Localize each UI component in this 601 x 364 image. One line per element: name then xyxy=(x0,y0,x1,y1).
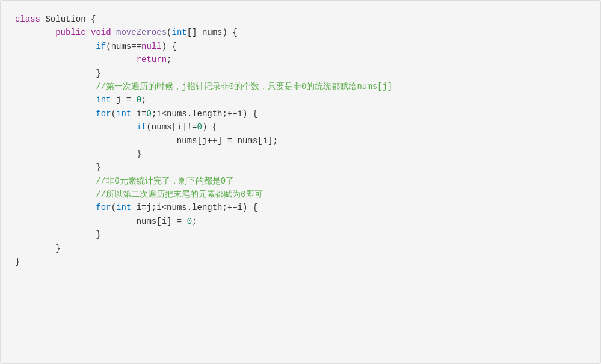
code-token: } xyxy=(15,162,101,172)
code-token: //非0元素统计完了，剩下的都是0了 xyxy=(96,176,234,186)
code-token: ; xyxy=(192,217,197,226)
code-token: 0 xyxy=(137,95,141,105)
code-token: nums[j++] = nums[i]; xyxy=(177,136,278,146)
code-token xyxy=(15,55,137,64)
code-line: for(int i=0;i<nums.length;++i) { xyxy=(15,107,586,120)
code-token: ) { xyxy=(202,122,217,132)
code-token: public xyxy=(55,28,85,37)
code-line: class Solution { xyxy=(15,13,586,26)
code-token: if xyxy=(137,122,147,132)
code-token xyxy=(111,28,116,37)
code-line: //所以第二次遍历把末尾的元素都赋为0即可 xyxy=(15,188,586,201)
code-token: int xyxy=(96,95,111,105)
code-line: nums[j++] = nums[i]; xyxy=(15,134,586,147)
code-line: } xyxy=(15,67,586,80)
code-token: if xyxy=(96,42,106,51)
code-token xyxy=(15,122,137,132)
code-token: moveZeroes xyxy=(116,28,167,37)
code-token: for xyxy=(96,203,111,212)
code-token: for xyxy=(96,109,111,119)
code-token xyxy=(15,217,137,226)
code-token: } xyxy=(15,244,61,253)
code-token: ( xyxy=(111,109,116,119)
code-token: i= xyxy=(131,109,146,119)
code-token: ; xyxy=(167,55,171,64)
code-token: } xyxy=(15,149,141,159)
code-line: public void moveZeroes(int[] nums) { xyxy=(15,26,586,39)
code-token xyxy=(15,190,96,199)
code-token: ;i<nums.length;++i) { xyxy=(152,109,257,119)
code-token: i=j;i<nums.length;++i) { xyxy=(131,203,257,212)
code-line: //非0元素统计完了，剩下的都是0了 xyxy=(15,174,586,188)
code-token xyxy=(15,95,96,105)
code-token: //所以第二次遍历把末尾的元素都赋为0即可 xyxy=(96,190,262,199)
code-token: class xyxy=(15,14,45,24)
code-token: (nums== xyxy=(106,42,141,51)
code-token xyxy=(15,28,55,37)
code-token: void xyxy=(91,28,111,37)
code-container: class Solution { public void moveZeroes(… xyxy=(0,0,601,364)
code-token: } xyxy=(15,69,101,78)
code-token: [] nums) { xyxy=(187,28,238,37)
code-line: } xyxy=(15,255,586,268)
code-line: } xyxy=(15,147,586,161)
code-line: return; xyxy=(15,53,586,66)
code-token: ; xyxy=(141,95,146,105)
code-line: if(nums[i]!=0) { xyxy=(15,120,586,134)
code-line: nums[i] = 0; xyxy=(15,215,586,228)
code-token xyxy=(15,176,96,186)
code-line: int j = 0; xyxy=(15,93,586,106)
code-token xyxy=(86,28,91,37)
code-token: null xyxy=(141,42,162,51)
code-block: class Solution { public void moveZeroes(… xyxy=(15,13,586,268)
code-line: } xyxy=(15,228,586,241)
code-token: Solution xyxy=(45,14,85,24)
code-token xyxy=(15,82,96,91)
code-token xyxy=(15,203,96,212)
code-line: if(nums==null) { xyxy=(15,40,586,53)
code-token: ( xyxy=(111,203,116,212)
code-token: { xyxy=(86,14,96,24)
code-line: //第一次遍历的时候，j指针记录非0的个数，只要是非0的统统都赋给nums[j] xyxy=(15,80,586,93)
code-token: } xyxy=(15,257,20,267)
code-token xyxy=(15,136,177,146)
code-token xyxy=(15,109,96,119)
code-token: (nums[i]!= xyxy=(146,122,197,132)
code-line: } xyxy=(15,242,586,255)
code-token: } xyxy=(15,230,101,239)
code-line: } xyxy=(15,161,586,174)
code-token: return xyxy=(137,55,167,64)
code-token: ) { xyxy=(162,42,177,51)
code-token: nums[i] = xyxy=(137,217,187,226)
code-token: j = xyxy=(111,95,137,105)
code-token: //第一次遍历的时候，j指针记录非0的个数，只要是非0的统统都赋给nums[j] xyxy=(96,82,392,91)
code-token: int xyxy=(171,28,186,37)
code-token: 0 xyxy=(187,217,192,226)
code-token xyxy=(15,42,96,51)
code-line: for(int i=j;i<nums.length;++i) { xyxy=(15,201,586,214)
code-token: 0 xyxy=(197,122,202,132)
code-token: 0 xyxy=(146,109,151,119)
code-token: int xyxy=(116,109,131,119)
code-token: int xyxy=(116,203,131,212)
